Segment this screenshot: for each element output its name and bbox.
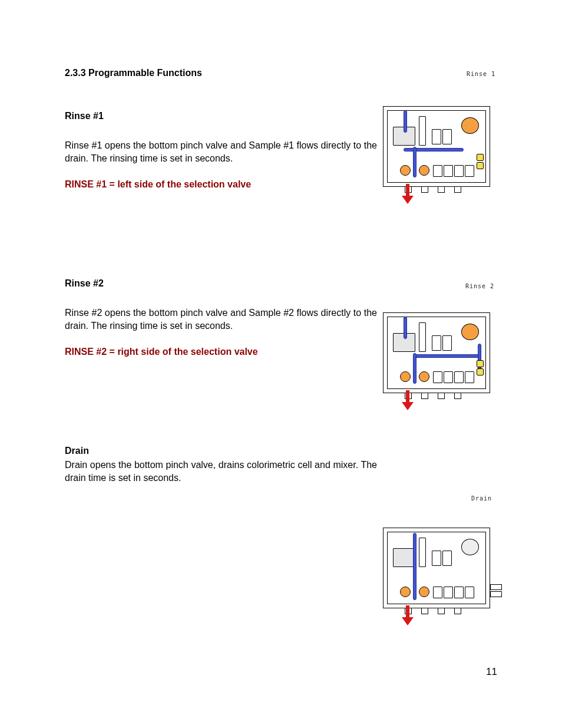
page-number: 11: [486, 666, 497, 678]
diagram-rinse1: [383, 106, 501, 206]
drain-paragraph: Drain opens the bottom pinch valve, drai…: [65, 459, 377, 484]
diagram-drain: [383, 528, 501, 628]
rinse2-paragraph: Rinse #2 opens the bottom pinch valve an…: [65, 307, 377, 332]
figure-label-rinse2: Rinse 2: [465, 283, 494, 289]
rinse1-heading: Rinse #1: [65, 111, 377, 121]
diagram-rinse2: [383, 312, 501, 413]
section-heading: 2.3.3 Programmable Functions: [65, 68, 377, 78]
section-rinse-1: Rinse #1 Rinse #1 opens the bottom pinch…: [65, 111, 377, 190]
section-rinse-2: Rinse #2 Rinse #2 opens the bottom pinch…: [65, 278, 377, 357]
drain-heading: Drain: [65, 446, 377, 456]
down-arrow-icon: [402, 184, 414, 204]
enclosure-icon: [383, 106, 490, 187]
rinse2-note: RINSE #2 = right side of the selection v…: [65, 347, 377, 357]
section-drain: Drain Drain opens the bottom pinch valve…: [65, 446, 377, 484]
figure-label-rinse1: Rinse 1: [467, 71, 495, 77]
down-arrow-icon: [402, 390, 414, 410]
enclosure-icon: [383, 312, 490, 393]
rinse1-note: RINSE #1 = left side of the selection va…: [65, 179, 377, 190]
document-page: 2.3.3 Programmable Functions Rinse #1 Ri…: [0, 0, 562, 728]
rinse1-paragraph: Rinse #1 opens the bottom pinch valve an…: [65, 139, 377, 164]
figure-label-drain: Drain: [471, 495, 492, 502]
text-column: 2.3.3 Programmable Functions Rinse #1 Ri…: [65, 68, 377, 499]
down-arrow-icon: [402, 605, 414, 625]
enclosure-icon: [383, 528, 490, 608]
rinse2-heading: Rinse #2: [65, 278, 377, 289]
